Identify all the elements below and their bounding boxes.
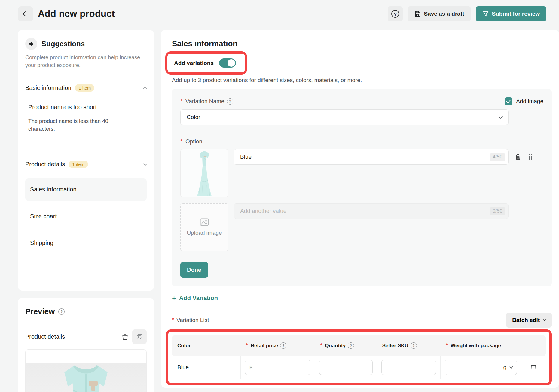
char-counter: 4/50 [490,153,505,161]
annotation-highlight-add-variations: Add variations [165,51,247,75]
seller-sku-input[interactable] [386,364,432,371]
add-another-value-input[interactable] [240,208,490,214]
help-icon[interactable]: ? [348,342,354,349]
suggestions-title: Suggestions [41,40,85,48]
product-preview-image [26,363,146,392]
add-variations-toggle[interactable] [219,58,236,68]
variation-list-label: * Variation List [172,317,209,323]
upload-image-label: Upload image [187,230,222,236]
option-value-input[interactable] [240,154,490,160]
variation-name-select[interactable]: Color [180,109,509,125]
sidebar-item-label: Shipping [30,240,53,246]
save-draft-button[interactable]: Save as a draft [408,6,471,21]
required-mark: * [172,317,174,323]
table-header-row: Color *Retail price? *Quantity? Seller S… [172,335,546,356]
submit-review-label: Submit for review [492,11,540,17]
trash-icon [515,153,522,161]
chevron-up-icon [143,87,147,91]
detail-view-button[interactable] [132,329,147,344]
batch-edit-button[interactable]: Batch edit [506,313,552,328]
basic-information-badge: 1 item [75,84,94,92]
section-product-details[interactable]: Product details 1 item [25,161,147,168]
plus-icon: + [172,295,176,301]
add-variations-label: Add variations [174,60,214,66]
variation-list-table: Color *Retail price? *Quantity? Seller S… [172,335,546,379]
shop-view-button[interactable] [118,329,132,344]
help-icon[interactable]: ? [280,342,286,349]
funnel-icon [482,11,489,17]
overlap-windows-icon [136,333,143,340]
weight-unit-select[interactable]: g [445,360,517,375]
annotation-highlight-variation-list: Color *Retail price? *Quantity? Seller S… [166,329,552,385]
help-icon: ? [391,10,399,18]
page-title: Add new product [38,8,115,19]
retail-price-field[interactable]: ฿ [245,360,311,375]
chevron-down-icon [143,161,147,166]
section-basic-information[interactable]: Basic information 1 item [25,84,147,92]
sidebar-item-label: Size chart [30,213,57,219]
section-title: Sales information [172,39,552,48]
char-counter: 0/50 [490,207,505,215]
shopping-bag-icon [121,333,129,341]
chevron-down-icon [509,365,513,368]
chevron-down-icon [499,115,503,119]
top-bar: Add new product ? Save as a draft Submit… [0,0,559,28]
save-draft-label: Save as a draft [424,11,464,17]
help-icon[interactable]: ? [411,342,417,349]
add-variation-label: Add Variation [179,295,218,302]
suggestions-panel: Suggestions Complete product information… [18,30,154,291]
chevron-down-icon [543,318,546,321]
done-label: Done [187,267,201,273]
add-image-label: Add image [516,98,543,105]
column-header-color: Color [177,343,191,349]
delete-option-button[interactable] [515,153,522,161]
upload-image-dropzone[interactable]: Upload image [180,203,228,251]
option-image-thumbnail[interactable] [180,149,228,197]
column-header-seller-sku: Seller SKU [382,343,408,349]
required-mark: * [180,139,182,145]
product-details-badge: 1 item [69,161,88,168]
option-value-field[interactable]: 4/50 [234,149,509,165]
preview-tab-product-details: Product details [25,333,118,340]
image-placeholder-icon [200,218,209,226]
megaphone-icon [25,38,37,50]
add-variation-link[interactable]: + Add Variation [172,295,218,302]
issue-description: The product name is less than 40 charact… [28,117,118,133]
trash-icon [530,364,537,371]
help-icon[interactable]: ? [227,98,233,105]
product-preview-card [25,349,147,392]
sidebar-item-size-chart[interactable]: Size chart [25,205,147,228]
issue-title: Product name is too short [28,104,147,111]
submit-review-button[interactable]: Submit for review [476,6,546,21]
quantity-field[interactable] [319,360,373,375]
product-details-label: Product details [25,161,65,168]
seller-sku-field[interactable] [381,360,436,375]
variation-editor-panel: * Variation Name ? Add image Color * Opt… [172,89,552,286]
retail-price-input[interactable] [254,364,306,371]
drag-handle[interactable] [528,154,533,160]
preview-title: Preview [25,307,55,316]
quantity-input[interactable] [324,364,368,371]
done-button[interactable]: Done [180,262,208,278]
add-another-value-field[interactable]: 0/50 [234,203,509,219]
help-button[interactable]: ? [388,6,403,21]
currency-baht-symbol: ฿ [249,364,253,371]
sidebar-item-sales-information[interactable]: Sales information [25,178,147,201]
column-header-weight: Weight with package [451,343,501,349]
variation-name-value: Color [187,114,200,121]
variation-color-cell: Blue [172,356,240,379]
column-header-retail-price: Retail price [251,343,278,349]
option-field-label: * Option [180,138,543,145]
help-icon[interactable]: ? [58,308,65,315]
sidebar-item-shipping[interactable]: Shipping [25,232,147,254]
suggestions-description: Complete product information can help in… [25,54,147,69]
required-mark: * [180,98,182,105]
delete-row-button[interactable] [530,364,537,371]
back-button[interactable] [18,6,33,21]
add-image-checkbox[interactable] [505,97,512,105]
variations-hint: Add up to 3 product variations for diffe… [172,77,552,84]
batch-edit-label: Batch edit [512,317,540,323]
column-header-quantity: Quantity [325,343,346,349]
sidebar-item-label: Sales information [30,186,77,193]
preview-panel: Preview ? Product details [18,298,154,392]
